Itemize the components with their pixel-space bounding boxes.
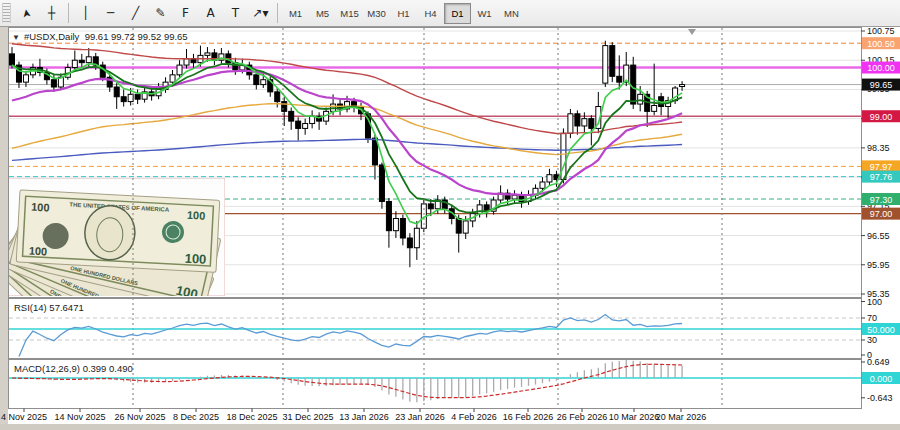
- candle: [582, 119, 587, 126]
- svg-text:0.000: 0.000: [870, 374, 893, 384]
- macd-label: MACD(12,26,9) 0.399 0.490: [14, 363, 133, 374]
- text-tool-button[interactable]: A: [198, 2, 223, 25]
- candle: [379, 165, 384, 202]
- candle: [128, 94, 133, 101]
- candle: [568, 114, 573, 133]
- fibonacci-tool-button[interactable]: F: [173, 2, 198, 25]
- candle: [603, 46, 608, 84]
- svg-text:98.35: 98.35: [867, 143, 890, 153]
- svg-text:99.65: 99.65: [870, 80, 893, 90]
- vertical-line-icon: │: [82, 3, 89, 24]
- cursor-tool-button[interactable]: ➤: [14, 2, 39, 25]
- candle: [121, 97, 126, 102]
- svg-text:100: 100: [867, 297, 882, 307]
- candle: [86, 57, 91, 63]
- symbol-quote-line: ▼#USDX,Daily 99.61 99.72 99.52 99.65: [12, 31, 188, 42]
- candle: [414, 228, 419, 247]
- date-tick-label: 16 Feb 2026: [503, 412, 554, 422]
- rsi-label: RSI(14) 57.6471: [14, 302, 84, 313]
- date-tick-label: 26 Nov 2025: [114, 412, 165, 422]
- toolbar-separator: [68, 3, 69, 23]
- svg-text:97.97: 97.97: [870, 162, 893, 172]
- candle: [589, 119, 594, 129]
- candle: [303, 124, 308, 129]
- arrows-icon: ↗▾: [252, 3, 268, 24]
- date-tick-label: 8 Dec 2025: [173, 412, 219, 422]
- candle: [512, 195, 517, 199]
- equidistant-channel-tool-button[interactable]: ✎: [148, 2, 173, 25]
- horizontal-line-icon: ─: [107, 3, 114, 24]
- candle: [170, 75, 175, 82]
- candle: [79, 60, 84, 62]
- candle: [610, 46, 615, 77]
- svg-text:97.30: 97.30: [870, 195, 893, 205]
- svg-text:-0.643: -0.643: [867, 393, 893, 403]
- svg-text:100.50: 100.50: [867, 39, 895, 49]
- date-tick-label: 18 Dec 2025: [226, 412, 277, 422]
- candle: [540, 182, 545, 188]
- timeframe-m1-button[interactable]: M1: [282, 3, 309, 24]
- quote-ohlc-values: 99.61 99.72 99.52 99.65: [85, 31, 188, 42]
- crosshair-icon: ┼: [48, 3, 55, 24]
- svg-text:99.00: 99.00: [870, 112, 893, 122]
- candle: [463, 221, 468, 233]
- timeframe-m30-button[interactable]: M30: [363, 3, 390, 24]
- svg-text:95.95: 95.95: [867, 260, 890, 270]
- candle: [135, 94, 140, 99]
- date-tick-label: 4 Feb 2026: [451, 412, 497, 422]
- cursor-icon: ➤: [15, 7, 37, 20]
- svg-text:100.00: 100.00: [867, 63, 895, 73]
- equidistant-channel-icon: ✎: [155, 3, 165, 24]
- terminal-window: ➤ ┼ │ ─ ╱ ✎ F A T ↗▾ M1 M5 M15 M30 H1 H4…: [0, 0, 900, 430]
- candle: [680, 85, 685, 87]
- date-tick-label: 13 Jan 2026: [339, 412, 389, 422]
- timeframe-w1-button[interactable]: W1: [471, 3, 498, 24]
- candle: [296, 121, 301, 128]
- date-tick-label: 23 Jan 2026: [395, 412, 445, 422]
- timeframe-d1-button[interactable]: D1: [444, 3, 471, 24]
- candle: [393, 219, 398, 231]
- trendline-icon: ╱: [132, 3, 139, 24]
- candle: [617, 76, 622, 82]
- candle: [547, 175, 552, 182]
- svg-text:70: 70: [867, 313, 877, 323]
- symbol-name: #USDX,Daily: [24, 31, 79, 42]
- trendline-tool-button[interactable]: ╱: [123, 2, 148, 25]
- svg-text:30: 30: [867, 335, 877, 345]
- candle: [456, 219, 461, 234]
- svg-text:100: 100: [184, 251, 206, 267]
- candle: [177, 65, 182, 75]
- candle: [51, 80, 56, 87]
- candle: [400, 219, 405, 238]
- svg-text:96.55: 96.55: [867, 231, 890, 241]
- candle: [428, 204, 433, 209]
- candle: [282, 102, 287, 112]
- vertical-line-tool-button[interactable]: │: [73, 2, 98, 25]
- candle: [407, 238, 412, 248]
- date-tick-label: 4 Nov 2025: [1, 412, 47, 422]
- candle: [289, 111, 294, 121]
- horizontal-line-tool-button[interactable]: ─: [98, 2, 123, 25]
- text-label-tool-button[interactable]: T: [223, 2, 248, 25]
- timeframe-h1-button[interactable]: H1: [390, 3, 417, 24]
- text-label-icon: T: [232, 3, 239, 24]
- candle: [631, 65, 636, 104]
- timeframe-h4-button[interactable]: H4: [417, 3, 444, 24]
- crosshair-tool-button[interactable]: ┼: [39, 2, 64, 25]
- svg-text:100: 100: [29, 245, 48, 258]
- toolbar-separator: [277, 3, 278, 23]
- fibonacci-icon: F: [182, 3, 189, 24]
- candle: [205, 53, 210, 55]
- arrows-tool-button[interactable]: ↗▾: [248, 2, 273, 25]
- collapse-indicator-icon[interactable]: ▼: [12, 33, 20, 42]
- date-tick-label: 10 Mar 2026: [609, 412, 660, 422]
- timeframe-mn-button[interactable]: MN: [498, 3, 525, 24]
- status-strip: [0, 424, 900, 430]
- toolbar-grip[interactable]: [2, 3, 11, 23]
- chart-canvas[interactable]: 100100ONE HUNDRED DOLLARS100100ONE HUNDR…: [0, 0, 900, 430]
- date-tick-label: 31 Dec 2025: [282, 412, 333, 422]
- timeframe-m15-button[interactable]: M15: [336, 3, 363, 24]
- candle: [114, 87, 119, 97]
- timeframe-m5-button[interactable]: M5: [309, 3, 336, 24]
- date-tick-label: 20 Mar 2026: [656, 412, 707, 422]
